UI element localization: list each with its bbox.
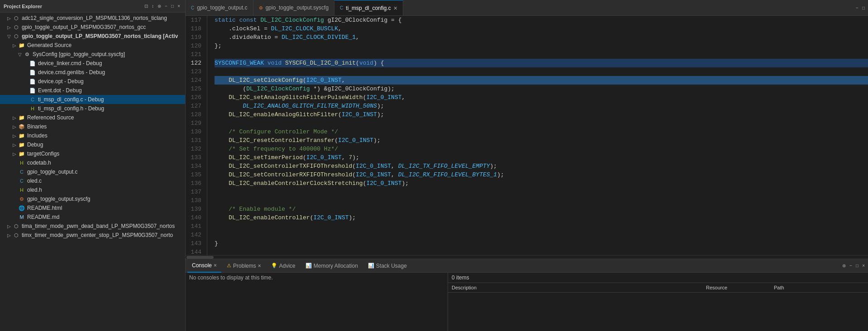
tab-memory-allocation[interactable]: 📊 Memory Allocation — [301, 259, 362, 273]
stack-tab-label: Stack Usage — [376, 263, 407, 269]
advice-tab-label: Advice — [279, 263, 296, 269]
sidebar-tree: ▷ ⬡ adc12_single_conversion_LP_MSPM0L130… — [0, 13, 185, 331]
sidebar-item-binaries[interactable]: ▷ 📦 Binaries — [0, 122, 185, 131]
sidebar-item-syscfg[interactable]: ▽ ⚙ SysConfig [gpio_toggle_output.syscfg… — [0, 50, 185, 59]
arrow-icon: ▷ — [7, 233, 13, 238]
sidebar-controls: ⊡ ↕ ⊛ − □ × — [143, 3, 181, 9]
code-line-119: .divideRatio = DL_I2C_CLOCK_DIVIDE_1, — [215, 33, 868, 42]
code-line-118: .clockSel = DL_I2C_CLOCK_BUSCLK, — [215, 24, 868, 33]
line-numbers: 117 118 119 120 121 122 123 124 125 126 … — [186, 16, 207, 255]
sidebar-item-readme-md[interactable]: M README.md — [0, 213, 185, 222]
sidebar-item-device-opt[interactable]: 📄 device.opt - Debug — [0, 77, 185, 86]
arrow-icon — [13, 161, 18, 166]
tab-label: ti_msp_dl_config.c — [346, 5, 391, 11]
console-close-button[interactable]: × — [214, 262, 217, 269]
advice-icon: 💡 — [271, 263, 277, 269]
sidebar-item-label: device_linker.cmd - Debug — [38, 60, 102, 66]
line-num-123: 123 — [189, 67, 201, 76]
sidebar-item-event-dot[interactable]: 📄 Event.dot - Debug — [0, 86, 185, 95]
sidebar-item-generated-source[interactable]: ▷ 📁 Generated Source — [0, 41, 185, 50]
sidebar-item-genlibs[interactable]: 📄 device.cmd.genlibs - Debug — [0, 68, 185, 77]
code-line-122: SYSCONFIG_WEAK void SYSCFG_DL_I2C_0_init… — [215, 59, 868, 67]
problems-icon: ⚠ — [227, 263, 231, 269]
sidebar-close-button[interactable]: × — [176, 3, 181, 9]
sidebar-item-linker[interactable]: 📄 device_linker.cmd - Debug — [0, 59, 185, 68]
line-num-132: 132 — [189, 145, 201, 153]
sidebar-filter-button[interactable]: ⊛ — [156, 3, 162, 9]
code-line-120: }; — [215, 42, 868, 50]
sidebar-item-label: device.opt - Debug — [38, 78, 84, 85]
problems-close-button[interactable]: × — [258, 263, 261, 269]
project-icon: ⬡ — [13, 24, 20, 31]
code-line-142 — [215, 231, 868, 239]
scrollbar-thumb[interactable] — [186, 256, 214, 259]
tab-close-button[interactable]: × — [394, 5, 397, 12]
arrow-icon — [13, 197, 18, 202]
tab-problems[interactable]: ⚠ Problems × — [222, 259, 266, 273]
editor-maximize-button[interactable]: □ — [861, 5, 866, 11]
bottom-tabs: Console × ⚠ Problems × 💡 Advice 📊 Mem — [186, 259, 868, 273]
sidebar-item-debug[interactable]: ▷ 📁 Debug — [0, 140, 185, 149]
sidebar-collapse-button[interactable]: − — [163, 3, 169, 9]
sidebar-minimize-button[interactable]: ⊡ — [143, 3, 149, 9]
tab-stack-usage[interactable]: 📊 Stack Usage — [363, 259, 411, 273]
sidebar-item-gpio-syscfg[interactable]: ⚙ gpio_toggle_output.syscfg — [0, 194, 185, 203]
sidebar-item-oled-h[interactable]: H oled.h — [0, 185, 185, 194]
line-num-140: 140 — [189, 213, 201, 222]
code-line-137 — [215, 188, 868, 196]
problems-count: 0 items — [452, 274, 469, 281]
tab-gpio-syscfg[interactable]: ⚙ gpio_toggle_output.syscfg — [253, 0, 334, 16]
line-num-142: 142 — [189, 231, 201, 239]
sidebar-item-label: codetab.h — [27, 160, 51, 166]
arrow-icon — [24, 88, 29, 93]
problems-col-resource: Resource — [706, 285, 774, 290]
sidebar-item-includes[interactable]: ▷ 📁 Includes — [0, 131, 185, 140]
sidebar-item-gpio-c[interactable]: C gpio_toggle_output.c — [0, 167, 185, 176]
file-icon: 📄 — [29, 60, 36, 67]
line-num-126: 126 — [189, 93, 201, 102]
horizontal-scrollbar[interactable] — [186, 255, 868, 259]
code-content[interactable]: static const DL_I2C_ClockConfig gI2C_0Cl… — [207, 16, 868, 255]
line-num-122: 122 — [189, 59, 201, 67]
line-num-144: 144 — [189, 248, 201, 255]
sidebar-item-label: tima_timer_mode_pwm_dead_band_LP_MSPM0G3… — [22, 223, 175, 229]
sidebar-item-gpio-gcc[interactable]: ▷ ⬡ gpio_toggle_output_LP_MSPM0G3507_nor… — [0, 23, 185, 32]
sidebar-item-label: device.cmd.genlibs - Debug — [38, 69, 105, 76]
file-icon: 📄 — [29, 69, 36, 76]
c-file-icon: C — [29, 96, 36, 103]
sidebar-item-ti-msp-c[interactable]: C ti_msp_dl_config.c - Debug — [0, 95, 185, 104]
code-editor[interactable]: 117 118 119 120 121 122 123 124 125 126 … — [186, 16, 868, 255]
sidebar-item-tima[interactable]: ▷ ⬡ tima_timer_mode_pwm_dead_band_LP_MSP… — [0, 222, 185, 231]
tab-controls: − □ — [854, 5, 868, 11]
sidebar-item-timx[interactable]: ▷ ⬡ timx_timer_mode_pwm_center_stop_LP_M… — [0, 231, 185, 240]
sidebar-item-label: adc12_single_conversion_LP_MSPM0L1306_no… — [22, 15, 167, 21]
sidebar-sync-button[interactable]: ↕ — [150, 3, 155, 9]
bottom-maximize-button[interactable]: □ — [854, 263, 860, 269]
globe-icon: 🌐 — [18, 204, 25, 212]
sidebar-item-targetconfigs[interactable]: ▷ 📁 targetConfigs — [0, 149, 185, 158]
sidebar-item-oled-c[interactable]: C oled.c — [0, 176, 185, 185]
tab-ti-msp-c[interactable]: C ti_msp_dl_config.c × — [334, 0, 403, 16]
tab-advice[interactable]: 💡 Advice — [267, 259, 300, 273]
bottom-tab-controls: ⊛ − □ × — [841, 263, 866, 269]
tab-console[interactable]: Console × — [187, 259, 221, 273]
arrow-icon — [24, 106, 29, 111]
bottom-filter-button[interactable]: ⊛ — [841, 263, 847, 269]
sidebar-item-codetab[interactable]: H codetab.h — [0, 158, 185, 167]
sidebar-item-ti-msp-h[interactable]: H ti_msp_dl_config.h - Debug — [0, 104, 185, 113]
editor-minimize-button[interactable]: − — [854, 5, 860, 11]
sidebar-item-label: Generated Source — [27, 42, 72, 48]
sidebar-item-adc12[interactable]: ▷ ⬡ adc12_single_conversion_LP_MSPM0L130… — [0, 14, 185, 23]
bottom-minimize-button[interactable]: − — [848, 263, 854, 269]
sidebar-item-gpio-main[interactable]: ▽ ⬡ gpio_toggle_output_LP_MSPM0G3507_nor… — [0, 32, 185, 41]
tab-gpio-c[interactable]: C gpio_toggle_output.c — [186, 0, 253, 16]
bottom-close-button[interactable]: × — [861, 263, 866, 269]
sidebar-item-referenced-source[interactable]: ▷ 📁 Referenced Source — [0, 113, 185, 122]
code-line-121 — [215, 50, 868, 59]
line-num-138: 138 — [189, 196, 201, 205]
sidebar-item-readme-html[interactable]: 🌐 README.html — [0, 203, 185, 213]
code-editor-container: 117 118 119 120 121 122 123 124 125 126 … — [186, 16, 868, 259]
sidebar-maximize-button[interactable]: □ — [170, 3, 175, 9]
code-line-141 — [215, 222, 868, 231]
project-explorer-title: Project Explorer — [4, 4, 42, 9]
